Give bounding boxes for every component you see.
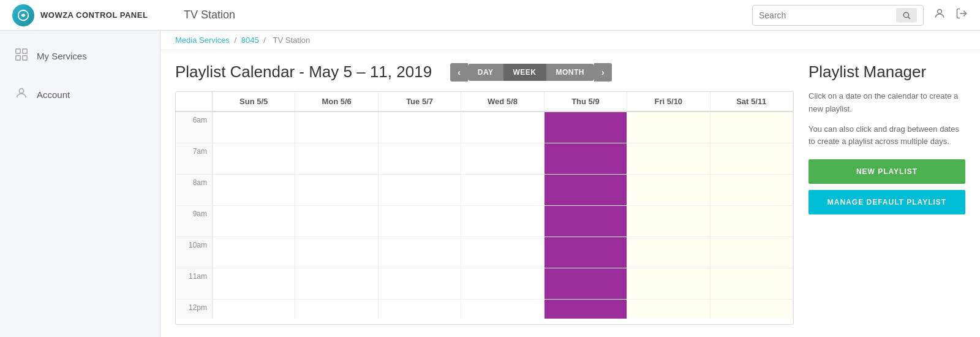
calendar-cell[interactable] (295, 143, 378, 174)
calendar-cell[interactable] (213, 175, 295, 205)
content-area: Media Services / 8045 / TV Station Playl… (160, 31, 980, 337)
calendar-cell[interactable] (213, 237, 295, 268)
svg-rect-5 (16, 49, 20, 53)
breadcrumb-sep-2: / (263, 36, 268, 45)
pm-desc-1: Click on a date on the calendar to creat… (809, 90, 965, 116)
time-cell: 9am (176, 206, 213, 237)
playlist-manager: Playlist Manager Click on a date on the … (794, 62, 965, 325)
time-cell: 6am (176, 112, 213, 143)
calendar-cell[interactable] (295, 268, 378, 299)
time-cell: 10am (176, 237, 213, 268)
next-button[interactable]: › (594, 63, 612, 81)
pm-title: Playlist Manager (809, 62, 965, 81)
calendar-cell[interactable] (627, 175, 710, 205)
calendar-cell[interactable] (710, 237, 793, 268)
calendar-cell[interactable] (545, 237, 627, 268)
calendar-body[interactable]: 6am7am8am9am10am11am12pm (176, 112, 793, 319)
calendar-cell[interactable] (627, 300, 710, 319)
breadcrumb-8045[interactable]: 8045 (241, 36, 259, 45)
day-header-sun: Sun 5/5 (213, 92, 295, 111)
day-header-thu: Thu 5/9 (545, 92, 627, 111)
calendar-cell[interactable] (295, 206, 378, 237)
sidebar-item-account[interactable]: Account (0, 75, 160, 114)
calendar-cell[interactable] (461, 175, 544, 205)
top-header: WOWZA CONTROL PANEL TV Station (0, 0, 980, 31)
calendar-row: 10am (176, 237, 793, 268)
logo-area: WOWZA CONTROL PANEL (12, 4, 172, 26)
calendar-cell[interactable] (545, 175, 627, 205)
calendar-header: Playlist Calendar - May 5 – 11, 2019 ‹ D… (175, 62, 794, 81)
calendar-cell[interactable] (710, 206, 793, 237)
user-icon[interactable] (933, 7, 946, 23)
calendar-cell[interactable] (545, 206, 627, 237)
calendar-cell[interactable] (213, 268, 295, 299)
calendar-cell[interactable] (213, 112, 295, 143)
calendar-cell[interactable] (295, 175, 378, 205)
calendar-cell[interactable] (379, 206, 461, 237)
manage-default-playlist-button[interactable]: MANAGE DEFAULT PLAYLIST (809, 190, 965, 214)
calendar-cell[interactable] (461, 300, 544, 319)
calendar-cell[interactable] (545, 112, 627, 143)
time-cell: 12pm (176, 300, 213, 319)
week-view-button[interactable]: WEEK (503, 64, 546, 81)
svg-rect-7 (16, 56, 20, 60)
app-title: WOWZA CONTROL PANEL (40, 10, 148, 20)
account-label: Account (37, 89, 70, 100)
calendar-cell[interactable] (545, 300, 627, 319)
breadcrumb-tv-station: TV Station (273, 36, 311, 45)
my-services-icon (15, 48, 28, 64)
calendar-cell[interactable] (710, 268, 793, 299)
logout-icon[interactable] (956, 7, 968, 23)
calendar-cell[interactable] (710, 112, 793, 143)
search-button[interactable] (896, 8, 917, 23)
calendar-cell[interactable] (295, 112, 378, 143)
calendar-cell[interactable] (545, 143, 627, 174)
calendar-cell[interactable] (627, 143, 710, 174)
svg-rect-8 (23, 56, 27, 60)
new-playlist-button[interactable]: NEW PLAYLIST (809, 159, 965, 184)
main-layout: My Services Account Media Services / 804… (0, 31, 980, 337)
breadcrumb-media-services[interactable]: Media Services (175, 36, 230, 45)
calendar-cell[interactable] (213, 206, 295, 237)
calendar-cell[interactable] (461, 112, 544, 143)
calendar-cell[interactable] (710, 300, 793, 319)
calendar-cell[interactable] (627, 237, 710, 268)
month-view-button[interactable]: MONTH (546, 64, 595, 81)
calendar-cell[interactable] (379, 300, 461, 319)
calendar-cell[interactable] (379, 143, 461, 174)
calendar-cell[interactable] (379, 112, 461, 143)
calendar-cell[interactable] (461, 143, 544, 174)
breadcrumb: Media Services / 8045 / TV Station (160, 31, 980, 50)
calendar-cell[interactable] (627, 206, 710, 237)
calendar-cell[interactable] (295, 237, 378, 268)
calendar-cell[interactable] (379, 237, 461, 268)
logo-icon (12, 4, 34, 26)
day-view-button[interactable]: DAY (468, 64, 503, 81)
calendar-cell[interactable] (213, 300, 295, 319)
calendar-cell[interactable] (461, 268, 544, 299)
calendar-cell[interactable] (461, 206, 544, 237)
page-title: TV Station (172, 9, 752, 21)
content-body: Playlist Calendar - May 5 – 11, 2019 ‹ D… (160, 50, 980, 337)
time-cell: 11am (176, 268, 213, 299)
calendar-cell[interactable] (379, 268, 461, 299)
calendar-cell[interactable] (710, 143, 793, 174)
sidebar-item-my-services[interactable]: My Services (0, 37, 160, 75)
calendar-cell[interactable] (710, 175, 793, 205)
time-header (176, 92, 213, 111)
calendar-cell[interactable] (213, 143, 295, 174)
calendar-cell[interactable] (461, 237, 544, 268)
search-input[interactable] (759, 10, 891, 20)
calendar-cell[interactable] (627, 268, 710, 299)
calendar-cell[interactable] (379, 175, 461, 205)
pm-desc-2: You can also click and drag between date… (809, 123, 965, 149)
prev-button[interactable]: ‹ (450, 63, 468, 81)
day-header-tue: Tue 5/7 (379, 92, 461, 111)
calendar-cell[interactable] (627, 112, 710, 143)
calendar-header-row: Sun 5/5 Mon 5/6 Tue 5/7 Wed 5/8 Thu 5/9 … (176, 92, 793, 112)
svg-rect-6 (23, 49, 27, 53)
calendar-cell[interactable] (545, 268, 627, 299)
view-controls: DAY WEEK MONTH (468, 64, 594, 81)
calendar-cell[interactable] (295, 300, 378, 319)
calendar-row: 12pm (176, 300, 793, 319)
